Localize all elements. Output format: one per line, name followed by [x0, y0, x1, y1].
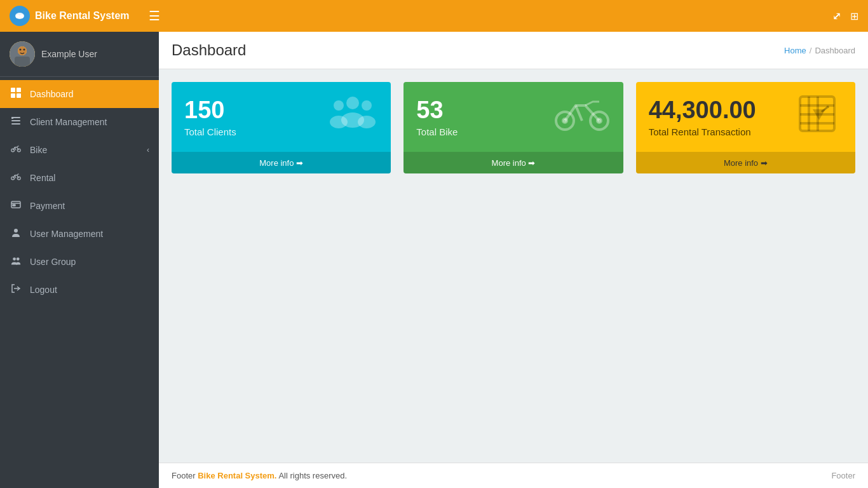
- brand-title: Bike Rental System: [35, 10, 130, 22]
- rental-more-info[interactable]: More info ➡: [636, 152, 855, 173]
- svg-point-31: [334, 100, 344, 111]
- client-management-label: Client Management: [30, 117, 107, 127]
- svg-rect-15: [11, 120, 20, 121]
- breadcrumb-separator: /: [810, 46, 812, 55]
- navbar-right: ⤢ ⊞: [832, 10, 858, 22]
- rental-arrow-icon: ➡: [761, 158, 768, 168]
- clients-arrow-icon: ➡: [296, 158, 303, 168]
- sidebar-item-client-management[interactable]: Client Management: [0, 108, 159, 136]
- svg-rect-10: [11, 88, 15, 92]
- grid-icon[interactable]: ⊞: [850, 10, 858, 22]
- total-clients-card: 150 Total Clients: [172, 82, 391, 173]
- svg-point-37: [563, 119, 567, 123]
- bike-card-text: 53 Total Bike: [416, 97, 458, 137]
- user-management-label: User Management: [30, 229, 103, 239]
- breadcrumb-home[interactable]: Home: [784, 46, 806, 55]
- sidebar-navigation: Dashboard Client Management: [0, 80, 159, 304]
- user-group-label: User Group: [30, 257, 76, 267]
- page-title: Dashboard: [172, 41, 246, 59]
- sidebar-item-rental[interactable]: Rental: [0, 164, 159, 192]
- bike-count: 53: [416, 97, 458, 124]
- svg-rect-24: [13, 205, 15, 206]
- bike-label: Bike: [30, 145, 47, 155]
- svg-point-25: [14, 229, 18, 233]
- content-area: Dashboard Home / Dashboard 150 Total Cli…: [159, 32, 868, 488]
- clients-more-info[interactable]: More info ➡: [172, 152, 391, 173]
- rental-label: Total Rental Transaction: [649, 126, 756, 137]
- dashboard-label: Dashboard: [30, 89, 74, 99]
- sidebar-item-logout[interactable]: Logout: [0, 276, 159, 304]
- cloud-bike-icon: [13, 10, 26, 22]
- client-management-icon: [10, 116, 22, 128]
- sidebar-user-section: Example User: [0, 32, 159, 77]
- page-footer: Footer Bike Rental System. All rights re…: [159, 463, 868, 488]
- sidebar-item-user-management[interactable]: User Management: [0, 220, 159, 248]
- user-name-label: Example User: [41, 49, 97, 59]
- user-management-icon: [10, 227, 22, 240]
- footer-left: Footer Bike Rental System. All rights re…: [172, 471, 347, 480]
- content-header: Dashboard Home / Dashboard: [159, 32, 868, 69]
- bike-arrow-icon: ‹: [147, 146, 149, 154]
- logout-icon: [10, 283, 22, 296]
- breadcrumb-current: Dashboard: [815, 46, 855, 55]
- user-avatar-icon: [10, 41, 35, 67]
- sidebar: Example User Dashboard: [0, 32, 159, 488]
- avatar: [10, 41, 35, 67]
- clients-more-info-text: More info: [259, 158, 294, 168]
- svg-rect-9: [15, 57, 30, 67]
- rental-card-text: 44,300.00 Total Rental Transaction: [649, 97, 756, 137]
- svg-point-29: [346, 97, 359, 109]
- footer-right: Footer: [831, 471, 855, 480]
- hamburger-icon[interactable]: ☰: [149, 8, 160, 24]
- clients-icon: [327, 92, 378, 142]
- dashboard-icon: [10, 88, 22, 100]
- sidebar-item-bike[interactable]: Bike ‹: [0, 136, 159, 164]
- rental-card-icon: [792, 92, 843, 142]
- rental-more-info-text: More info: [724, 158, 758, 168]
- top-navbar: Bike Rental System ☰ ⤢ ⊞: [0, 0, 868, 32]
- svg-point-38: [597, 119, 601, 123]
- total-bike-card: 53 Total Bike: [403, 82, 623, 173]
- bike-icon: [10, 144, 22, 156]
- svg-rect-11: [17, 88, 21, 92]
- bike-more-info-text: More info: [492, 158, 526, 168]
- svg-point-7: [20, 49, 22, 51]
- rental-label: Rental: [30, 173, 55, 183]
- logout-label: Logout: [30, 285, 57, 295]
- clients-label: Total Clients: [184, 126, 236, 137]
- svg-point-2: [20, 15, 24, 18]
- svg-point-33: [362, 100, 372, 111]
- svg-rect-13: [17, 93, 21, 98]
- footer-brand: Bike Rental System.: [198, 471, 276, 480]
- payment-icon: [10, 200, 22, 212]
- stats-cards-row: 150 Total Clients: [172, 82, 855, 173]
- clients-count: 150: [184, 97, 236, 124]
- sidebar-item-payment[interactable]: Payment: [0, 192, 159, 220]
- bike-more-info[interactable]: More info ➡: [403, 152, 623, 173]
- brand-icon: [10, 6, 30, 26]
- svg-point-34: [358, 116, 376, 128]
- svg-point-1: [16, 15, 20, 18]
- user-group-icon: [10, 255, 22, 268]
- svg-rect-12: [11, 93, 15, 98]
- svg-point-32: [330, 116, 348, 128]
- navbar-left: Bike Rental System ☰: [10, 6, 160, 26]
- rental-count: 44,300.00: [649, 97, 756, 124]
- bike-label: Total Bike: [416, 126, 458, 137]
- svg-point-27: [17, 257, 20, 261]
- rental-icon: [10, 172, 22, 184]
- sidebar-item-user-group[interactable]: User Group: [0, 248, 159, 276]
- main-wrapper: Example User Dashboard: [0, 32, 868, 488]
- sidebar-item-dashboard[interactable]: Dashboard: [0, 80, 159, 108]
- bike-arrow-icon: ➡: [528, 158, 535, 168]
- svg-rect-17: [11, 117, 13, 119]
- svg-rect-16: [11, 123, 20, 125]
- svg-point-26: [13, 257, 16, 261]
- content-body: 150 Total Clients: [159, 69, 868, 463]
- svg-point-8: [24, 49, 25, 51]
- bike-card-icon: [553, 93, 611, 141]
- footer-prefix: Footer: [172, 471, 196, 480]
- footer-suffix: All rights reserved.: [278, 471, 347, 480]
- compress-icon[interactable]: ⤢: [832, 10, 841, 22]
- brand-logo: Bike Rental System: [10, 6, 130, 26]
